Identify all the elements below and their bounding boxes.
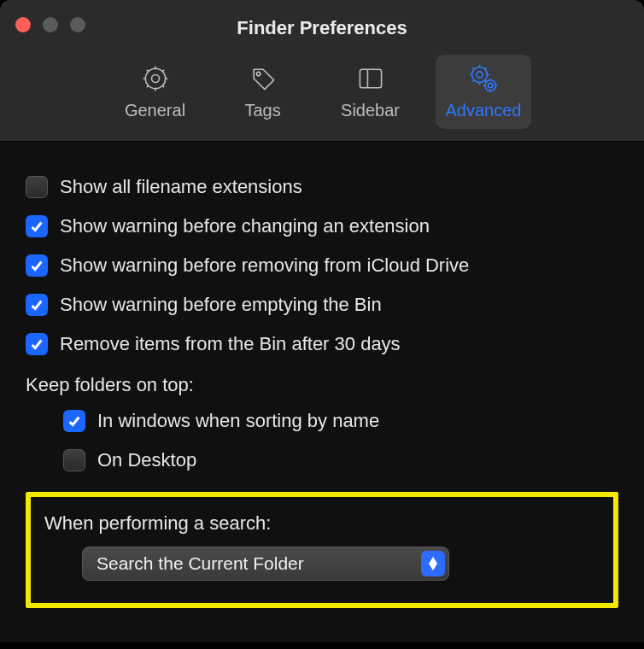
advanced-pane: Show all filename extensions Show warnin… [0,142,644,642]
keep-folders-heading: Keep folders on top: [26,364,618,401]
preferences-toolbar: General Tags Sidebar [0,51,644,142]
gears-icon [466,61,501,96]
updown-arrows-icon [421,551,445,576]
preferences-window: Finder Preferences General Tags Sidebar [0,0,644,642]
option-remove-bin-30days: Remove items from the Bin after 30 days [26,324,618,364]
option-label: Show warning before emptying the Bin [60,294,382,316]
gear-icon [138,61,173,96]
minimize-window-button[interactable] [43,17,58,32]
tag-icon [246,61,280,96]
tab-tags[interactable]: Tags [220,55,306,129]
svg-marker-9 [429,557,437,564]
checkbox-folders-in-windows[interactable] [63,410,85,432]
checkbox-warn-change-extension[interactable] [26,215,48,237]
option-folders-on-desktop: On Desktop [26,441,618,480]
zoom-window-button[interactable] [70,17,85,32]
option-folders-in-windows: In windows when sorting by name [26,401,618,441]
option-label: Remove items from the Bin after 30 days [60,333,401,355]
option-warn-icloud-remove: Show warning before removing from iCloud… [26,246,618,285]
checkbox-show-extensions[interactable] [26,176,48,198]
titlebar: Finder Preferences General Tags Sidebar [0,0,644,142]
sidebar-icon [354,61,388,96]
svg-point-2 [256,72,261,76]
tab-sidebar[interactable]: Sidebar [328,55,413,129]
option-label: Show all filename extensions [60,176,302,198]
svg-marker-10 [429,564,437,570]
option-label: In windows when sorting by name [97,410,379,432]
tab-label: General [125,101,185,120]
svg-rect-3 [360,69,381,88]
option-label: Show warning before changing an extensio… [60,215,430,237]
search-heading: When performing a search: [44,512,600,540]
tab-general[interactable]: General [113,55,198,129]
option-warn-change-extension: Show warning before changing an extensio… [26,207,618,246]
svg-point-8 [485,80,496,91]
close-window-button[interactable] [15,17,31,32]
tab-label: Sidebar [341,101,400,120]
checkbox-remove-bin-30days[interactable] [26,333,48,355]
option-label: Show warning before removing from iCloud… [60,254,469,277]
svg-point-1 [145,68,165,88]
option-label: On Desktop [97,449,196,471]
traffic-lights [15,17,85,32]
svg-point-0 [151,75,159,83]
search-scope-popup[interactable]: Search the Current Folder [82,547,449,581]
search-setting-highlight: When performing a search: Search the Cur… [26,492,618,608]
tab-advanced[interactable]: Advanced [436,55,532,129]
window-title: Finder Preferences [0,9,644,51]
tab-label: Advanced [446,101,522,120]
checkbox-warn-empty-bin[interactable] [26,294,48,316]
option-show-extensions: Show all filename extensions [26,167,618,207]
tab-label: Tags [244,101,280,120]
svg-point-5 [477,72,483,78]
svg-point-6 [472,67,488,83]
checkbox-warn-icloud-remove[interactable] [26,254,48,277]
option-warn-empty-bin: Show warning before emptying the Bin [26,285,618,324]
checkbox-folders-on-desktop[interactable] [63,449,85,471]
popup-value: Search the Current Folder [97,553,304,574]
svg-point-7 [488,83,492,87]
